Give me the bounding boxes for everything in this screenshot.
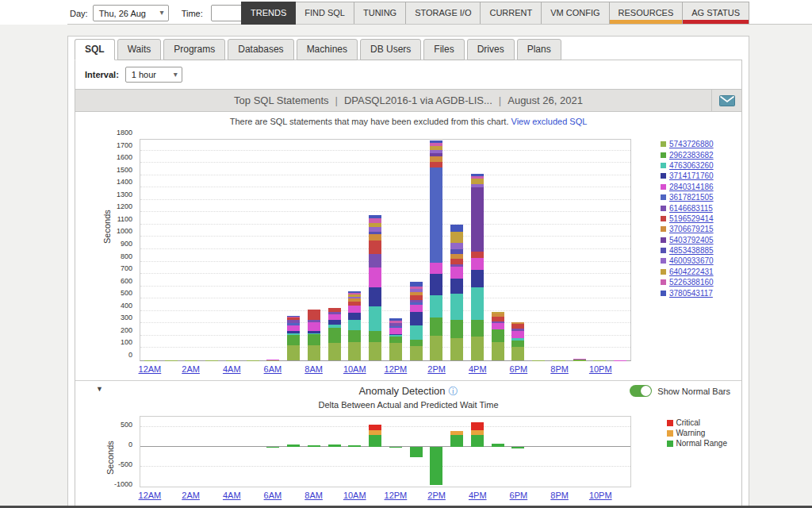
bar-segment[interactable] (492, 329, 504, 342)
tab-files[interactable]: Files (423, 39, 464, 60)
nav-tab-current[interactable]: CURRENT (480, 2, 542, 25)
bar-segment[interactable] (450, 232, 463, 243)
x-axis-label-8am[interactable]: 8AM (304, 364, 323, 374)
bar-segment[interactable] (471, 187, 484, 252)
bar-segment[interactable] (430, 167, 442, 263)
bar-segment[interactable] (308, 345, 320, 360)
bar-segment[interactable] (369, 342, 381, 360)
tab-machines[interactable]: Machines (297, 39, 358, 60)
bar-segment[interactable] (410, 346, 423, 360)
anomaly-critical-bar[interactable] (369, 425, 381, 430)
x-axis-label-2pm[interactable]: 2PM (427, 364, 446, 374)
bar-segment[interactable] (430, 318, 442, 336)
bar-segment[interactable] (471, 287, 484, 319)
bar-segment[interactable] (471, 252, 484, 258)
x-axis-label-4am[interactable]: 4AM (223, 364, 241, 374)
sql-id-link[interactable]: 3617821505 (669, 193, 714, 202)
bar-segment[interactable] (348, 330, 361, 343)
sql-id-link[interactable]: 3714171760 (669, 171, 714, 180)
sql-id-link[interactable]: 5743726880 (669, 140, 714, 148)
bar-segment[interactable] (308, 322, 320, 331)
tab-databases[interactable]: Databases (228, 39, 293, 60)
bar-segment[interactable] (287, 345, 300, 360)
x-axis-label-2am[interactable]: 2AM (182, 491, 200, 500)
anomaly-normal-bar[interactable] (369, 435, 381, 447)
bar-segment[interactable] (308, 334, 320, 345)
x-axis-label-12am[interactable]: 12AM (139, 364, 162, 374)
sql-id-link[interactable]: 2962383682 (669, 151, 714, 160)
view-excluded-sql-link[interactable]: View excluded SQL (511, 117, 588, 126)
bar-segment[interactable] (450, 243, 463, 249)
bar-segment[interactable] (389, 328, 402, 334)
bar-segment[interactable] (369, 254, 381, 267)
x-axis-label-6am[interactable]: 6AM (264, 491, 282, 500)
tab-drives[interactable]: Drives (467, 39, 515, 60)
bar-segment[interactable] (348, 320, 361, 329)
bar-segment[interactable] (492, 323, 504, 329)
anomaly-normal-bar[interactable] (511, 447, 524, 448)
bar-segment[interactable] (410, 325, 423, 339)
sql-id-link[interactable]: 4853438885 (669, 246, 714, 255)
bar-segment[interactable] (430, 336, 442, 360)
bar-segment[interactable] (450, 225, 463, 232)
day-select[interactable]: Thu, 26 Aug ▾ (93, 5, 169, 21)
anomaly-normal-bar[interactable] (328, 444, 341, 447)
bar-segment[interactable] (430, 274, 442, 294)
bar-segment[interactable] (471, 270, 484, 287)
anomaly-normal-bar[interactable] (430, 447, 442, 485)
bar-segment[interactable] (287, 325, 300, 331)
bar-segment[interactable] (410, 305, 423, 312)
email-chart-button[interactable] (711, 90, 741, 111)
bar-segment[interactable] (471, 258, 484, 271)
tab-waits[interactable]: Waits (117, 39, 162, 60)
bar-segment[interactable] (410, 340, 423, 347)
bar-segment[interactable] (430, 295, 442, 318)
sql-id-link[interactable]: 4600933670 (669, 256, 714, 265)
x-axis-label-10am[interactable]: 10AM (343, 491, 366, 500)
sql-id-link[interactable]: 3706679215 (669, 225, 714, 233)
x-axis-label-4pm[interactable]: 4PM (469, 491, 487, 500)
sql-id-link[interactable]: 2840314186 (669, 183, 714, 191)
anomaly-normal-bar[interactable] (450, 435, 463, 447)
info-icon[interactable]: ⓘ (449, 386, 458, 397)
bar-segment[interactable] (308, 310, 320, 319)
bar-segment[interactable] (511, 341, 524, 347)
bar-segment[interactable] (450, 267, 463, 279)
bar-segment[interactable] (348, 342, 361, 360)
anomaly-warning-bar[interactable] (369, 430, 381, 435)
anomaly-normal-bar[interactable] (308, 445, 320, 447)
bar-segment[interactable] (348, 313, 361, 320)
collapse-arrow-icon[interactable]: ▼ (96, 385, 103, 393)
bar-segment[interactable] (348, 306, 361, 313)
bar-segment[interactable] (492, 342, 504, 360)
bar-segment[interactable] (369, 241, 381, 254)
bar-segment[interactable] (450, 279, 463, 294)
anomaly-normal-bar[interactable] (492, 444, 504, 447)
x-axis-label-8pm[interactable]: 8PM (550, 491, 569, 500)
x-axis-label-10pm[interactable]: 10PM (589, 491, 612, 500)
x-axis-label-12pm[interactable]: 12PM (385, 364, 408, 374)
x-axis-label-4pm[interactable]: 4PM (469, 364, 487, 374)
nav-tab-ag-status[interactable]: AG STATUS (682, 2, 749, 25)
anomaly-warning-bar[interactable] (471, 430, 484, 436)
tab-plans[interactable]: Plans (517, 39, 561, 60)
anomaly-normal-bar[interactable] (410, 447, 423, 457)
x-axis-label-12pm[interactable]: 12PM (385, 491, 408, 500)
sql-id-link[interactable]: 6146683115 (669, 204, 713, 213)
bar-segment[interactable] (450, 294, 463, 320)
bar-segment[interactable] (450, 338, 463, 360)
nav-tab-vm-config[interactable]: VM CONFIG (541, 2, 609, 25)
bar-segment[interactable] (389, 337, 402, 343)
bar-segment[interactable] (328, 343, 341, 360)
bar-segment[interactable] (369, 331, 381, 343)
x-axis-label-10pm[interactable]: 10PM (589, 364, 612, 374)
sql-id-link[interactable]: 3780543117 (669, 289, 713, 298)
x-axis-label-6am[interactable]: 6AM (264, 364, 282, 374)
nav-tab-resources[interactable]: RESOURCES (609, 2, 684, 25)
anomaly-critical-bar[interactable] (471, 422, 484, 430)
nav-tab-storage-i-o[interactable]: STORAGE I/O (405, 2, 481, 25)
bar-segment[interactable] (328, 314, 341, 320)
toggle-switch[interactable] (630, 385, 652, 397)
bar-segment[interactable] (287, 335, 300, 345)
x-axis-label-10am[interactable]: 10AM (343, 364, 366, 374)
